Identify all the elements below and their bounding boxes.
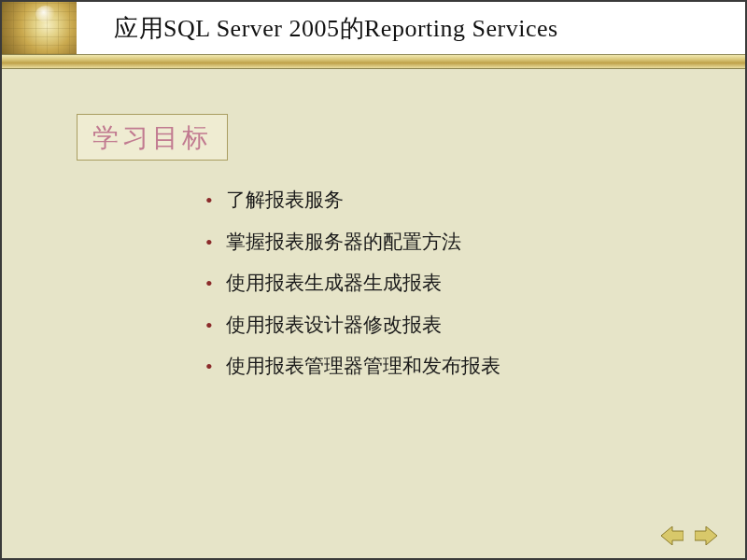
objectives-list: 了解报表服务 掌握报表服务器的配置方法 使用报表生成器生成报表 使用报表设计器修… [205,185,708,393]
globe-icon [2,2,77,54]
section-label-box: 学习目标 [77,114,228,161]
prev-arrow-icon[interactable] [661,526,684,545]
slide-title: 应用SQL Server 2005的Reporting Services [77,12,558,45]
nav-arrows [661,526,717,545]
svg-marker-0 [661,526,684,545]
slide: 应用SQL Server 2005的Reporting Services 学习目… [0,0,747,560]
list-item: 使用报表管理器管理和发布报表 [205,351,708,382]
svg-marker-1 [695,526,717,545]
next-arrow-icon[interactable] [695,526,717,545]
title-bar: 应用SQL Server 2005的Reporting Services [2,2,745,55]
divider-bar [2,55,745,69]
list-item: 使用报表设计器修改报表 [205,310,708,341]
list-item: 使用报表生成器生成报表 [205,268,708,299]
section-label: 学习目标 [92,123,212,152]
list-item: 了解报表服务 [205,185,708,216]
list-item: 掌握报表服务器的配置方法 [205,227,708,258]
